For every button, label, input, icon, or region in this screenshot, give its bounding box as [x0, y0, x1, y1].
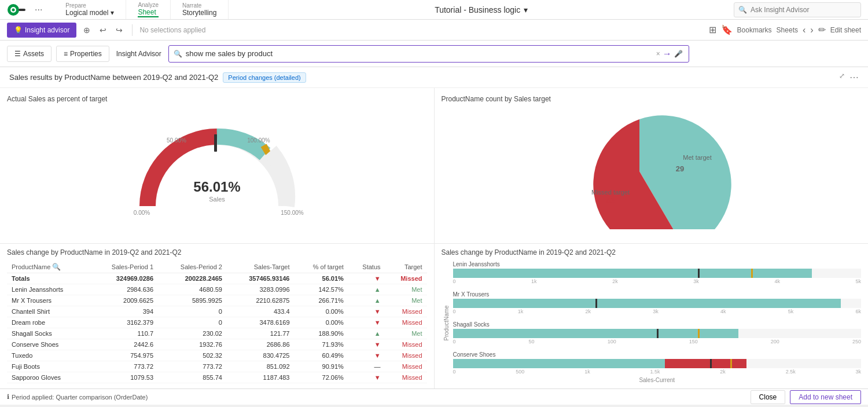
period-info: ℹ Period applied: Quarter comparison (Or…: [7, 393, 148, 401]
svg-rect-3: [19, 9, 25, 11]
svg-text:56.01%: 56.01%: [193, 179, 240, 195]
bookmarks-label[interactable]: Bookmarks: [737, 26, 772, 34]
table-row: Fuji Boots 773.72 773.72 851.092 90.91% …: [7, 361, 427, 372]
bar-label-2: Shagall Socks: [453, 321, 862, 328]
bar-chart-wrapper: ProductName Lenin Jeansshorts 01k2k3k4k5…: [442, 261, 862, 386]
redo-icon[interactable]: ↪: [113, 24, 125, 36]
info-icon: ℹ: [7, 393, 9, 401]
nav-narrate-value: Storytelling: [182, 9, 216, 17]
bar-axis-0: 01k2k3k4k5k: [453, 278, 862, 284]
bar-chart-area: Lenin Jeansshorts 01k2k3k4k5k Mr X Trous…: [451, 261, 862, 386]
search-input[interactable]: [186, 49, 655, 58]
nav-analyze-label: Analyze: [138, 2, 159, 8]
bar-axis-3: 05001k1.5k2k2.5k3k: [453, 369, 862, 375]
close-button[interactable]: Close: [751, 390, 786, 404]
bar-row-0: Lenin Jeansshorts 01k2k3k4k5k: [453, 261, 862, 284]
smart-search-icon[interactable]: ⊕: [81, 24, 93, 36]
period-text: Period applied: Quarter comparison (Orde…: [12, 394, 148, 401]
table-row: Dream robe 3162.379 0 3478.6169 0.00% ▼ …: [7, 317, 427, 328]
qlik-logo: [7, 3, 25, 16]
table-title: Sales change by ProductName in 2019-Q2 a…: [7, 248, 427, 256]
gauge-svg: 56.01% Sales 0.00% 50.00% 100.00% 150.00…: [124, 113, 310, 229]
search-mic-icon[interactable]: 🎤: [673, 49, 684, 59]
ask-advisor-input[interactable]: [734, 2, 861, 17]
edit-sheet-icon[interactable]: ✏: [818, 24, 826, 35]
totals-status: Missed: [385, 273, 427, 284]
svg-text:Sales: Sales: [209, 196, 225, 203]
bar-teal-0: [453, 269, 812, 278]
totals-target: 357465.93146: [227, 273, 295, 284]
svg-text:150.00%: 150.00%: [281, 210, 304, 216]
nav-right: 🔍: [734, 2, 861, 17]
bar-gold-3: [730, 359, 732, 368]
search-bar[interactable]: 🔍 × → 🎤: [168, 45, 689, 63]
nav-narrate[interactable]: Narrate Storytelling: [171, 0, 229, 19]
col-status: Status: [348, 261, 385, 273]
nav-prepare[interactable]: Prepare Logical model ▾: [54, 0, 126, 19]
app-title[interactable]: Tutorial - Business logic ▾: [435, 5, 528, 14]
no-selections-text: No selections applied: [139, 26, 205, 34]
bookmarks-icon[interactable]: 🔖: [721, 24, 733, 35]
pie-svg: Missed target 46 Met target 29: [558, 113, 744, 229]
main-content: Actual Sales as percent of target: [0, 88, 868, 388]
undo-icon[interactable]: ↩: [97, 24, 109, 36]
search-clear-icon[interactable]: ×: [655, 49, 661, 59]
bar-marker-2: [657, 329, 659, 338]
nav-analyze[interactable]: Analyze Sheet: [126, 0, 171, 19]
insight-advisor-tab-label: Insight Advisor: [116, 50, 161, 58]
expand-icon[interactable]: ⤢: [839, 72, 845, 83]
edit-sheet-label[interactable]: Edit sheet: [830, 26, 861, 34]
svg-text:0.00%: 0.00%: [134, 210, 150, 216]
totals-arrow: ▼: [348, 273, 385, 284]
table-row: Sapporoo Gloves 1079.53 855.74 1187.483 …: [7, 372, 427, 383]
gauge-container: 56.01% Sales 0.00% 50.00% 100.00% 150.00…: [7, 108, 427, 235]
bar-track-3: [453, 359, 862, 368]
bar-teal-2: [453, 329, 739, 338]
bar-marker-1: [595, 299, 597, 308]
bar-row-2: Shagall Socks 050100150200250: [453, 321, 862, 344]
search-go-icon[interactable]: →: [661, 47, 673, 60]
nav-dots[interactable]: ···: [35, 5, 42, 15]
bar-marker-3: [710, 359, 712, 368]
svg-text:46: 46: [606, 196, 615, 205]
grid-icon[interactable]: ⊞: [709, 24, 716, 35]
result-header: Sales results by ProductName between 201…: [0, 67, 868, 88]
totals-name: Totals: [7, 273, 89, 284]
col-target: Sales-Target: [227, 261, 295, 273]
top-nav: ··· Prepare Logical model ▾ Analyze Shee…: [0, 0, 868, 20]
col-period2: Sales-Period 2: [158, 261, 227, 273]
properties-tab[interactable]: ≡ Properties: [56, 46, 109, 62]
nav-analyze-value: Sheet: [138, 8, 159, 17]
nav-prepare-value: Logical model ▾: [65, 9, 114, 17]
action-buttons: Close Add to new sheet: [751, 390, 861, 404]
pie-panel: ProductName count by Sales target Missed…: [435, 88, 869, 243]
insight-advisor-button[interactable]: 💡 Insight advisor: [7, 23, 76, 38]
sheets-label[interactable]: Sheets: [777, 26, 798, 34]
assets-tab[interactable]: ☰ Assets: [7, 46, 52, 62]
nav-narrate-label: Narrate: [182, 2, 216, 9]
table-row: Tuxedo 754.975 502.32 830.4725 60.49% ▼ …: [7, 350, 427, 361]
nav-left-icon[interactable]: ‹: [803, 25, 806, 35]
second-toolbar: ☰ Assets ≡ Properties Insight Advisor 🔍 …: [0, 41, 868, 67]
bar-row-1: Mr X Trousers 01k2k3k4k5k6k: [453, 291, 862, 314]
more-options-icon[interactable]: ⋯: [849, 72, 859, 83]
bar-track-2: [453, 329, 862, 338]
add-to-sheet-button[interactable]: Add to new sheet: [790, 390, 861, 404]
bar-track-0: [453, 269, 862, 278]
nav-prepare-label: Prepare: [65, 2, 114, 9]
col-pct: % of target: [295, 261, 348, 273]
nav-right-icon[interactable]: ›: [810, 25, 813, 35]
toolbar-right: ⊞ 🔖 Bookmarks Sheets ‹ › ✏ Edit sheet: [709, 24, 861, 35]
table-totals-row: Totals 324969.0286 200228.2465 357465.93…: [7, 273, 427, 284]
ask-search-icon: 🔍: [738, 6, 747, 14]
table-search-icon[interactable]: 🔍: [52, 263, 61, 271]
col-productname: ProductName 🔍: [7, 261, 89, 273]
bar-chart-panel: Sales change by ProductName in 2019-Q2 a…: [435, 244, 869, 389]
bar-label-3: Conserve Shoes: [453, 351, 862, 358]
pie-title: ProductName count by Sales target: [442, 95, 862, 103]
totals-p2: 200228.2465: [158, 273, 227, 284]
col-period1: Sales-Period 1: [89, 261, 158, 273]
table-header-row: ProductName 🔍 Sales-Period 1 Sales-Perio…: [7, 261, 427, 273]
svg-text:Missed target: Missed target: [591, 189, 630, 196]
svg-text:Met target: Met target: [683, 154, 712, 161]
